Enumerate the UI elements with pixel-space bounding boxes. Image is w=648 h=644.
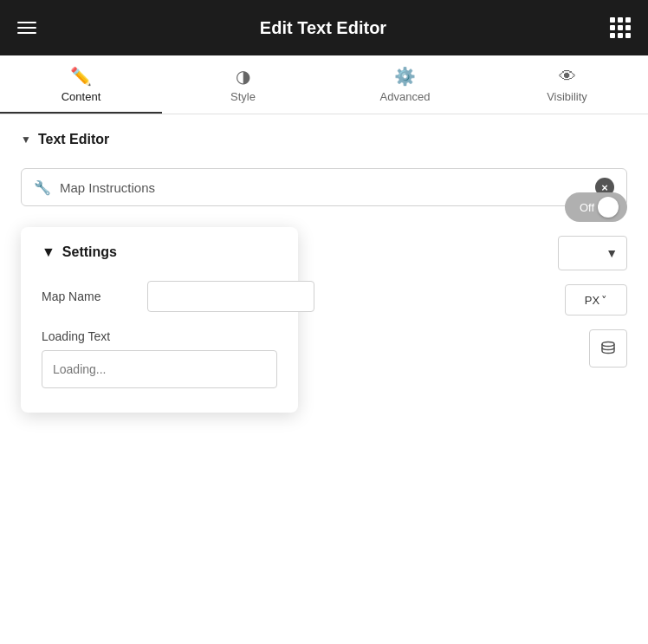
settings-arrow-icon: ▼: [42, 244, 55, 260]
toggle-switch[interactable]: Off: [565, 192, 627, 222]
tab-visibility-label: Visibility: [547, 90, 587, 103]
px-label: PX: [585, 294, 599, 307]
settings-title: Settings: [62, 244, 117, 260]
map-instructions-input-wrapper: 🔧 Map Instructions ×: [21, 168, 627, 206]
page-title: Edit Text Editor: [260, 18, 386, 38]
tab-advanced-label: Advanced: [380, 90, 431, 103]
px-unit-selector[interactable]: PX ˅: [565, 284, 627, 315]
grid-apps-icon[interactable]: [610, 17, 631, 38]
database-icon-button[interactable]: [589, 329, 627, 368]
pencil-icon: ✏️: [70, 68, 92, 85]
contrast-icon: ◑: [236, 68, 250, 85]
dropdown-select[interactable]: ▼: [558, 236, 627, 270]
settings-panel: ▼ Settings Map Name Loading Text: [21, 227, 298, 413]
toggle-label: Off: [580, 201, 594, 214]
map-name-input[interactable]: [147, 281, 314, 312]
hamburger-menu-icon[interactable]: [17, 22, 36, 34]
tab-visibility[interactable]: 👁 Visibility: [486, 55, 648, 114]
loading-text-label: Loading Text: [42, 329, 277, 343]
main-content: ▼ Text Editor 🔧 Map Instructions × Off ▼…: [0, 114, 648, 644]
tab-advanced[interactable]: ⚙️ Advanced: [324, 55, 486, 114]
section-arrow-icon: ▼: [21, 133, 31, 146]
map-name-label: Map Name: [42, 289, 137, 303]
px-caret-icon: ˅: [601, 294, 607, 307]
chevron-down-icon: ▼: [606, 246, 618, 260]
tab-style[interactable]: ◑ Style: [162, 55, 324, 114]
right-controls: Off ▼ PX ˅: [558, 192, 627, 368]
tab-bar: ✏️ Content ◑ Style ⚙️ Advanced 👁 Visibil…: [0, 55, 648, 114]
map-name-row: Map Name: [42, 281, 277, 312]
toggle-knob: [598, 197, 619, 218]
loading-text-input[interactable]: [42, 350, 277, 388]
settings-header: ▼ Settings: [42, 244, 277, 260]
wrench-icon: 🔧: [34, 179, 51, 196]
gear-icon: ⚙️: [394, 68, 416, 85]
svg-point-0: [602, 342, 614, 347]
tab-style-label: Style: [230, 90, 256, 103]
database-icon: [599, 340, 617, 357]
tab-content-label: Content: [62, 90, 101, 103]
loading-text-group: Loading Text: [42, 329, 277, 388]
section-title: Text Editor: [38, 132, 109, 147]
tab-content[interactable]: ✏️ Content: [0, 55, 162, 114]
section-header: ▼ Text Editor: [21, 132, 627, 147]
app-header: Edit Text Editor: [0, 0, 648, 55]
map-instructions-value: Map Instructions: [60, 180, 586, 195]
eye-icon: 👁: [559, 68, 576, 85]
